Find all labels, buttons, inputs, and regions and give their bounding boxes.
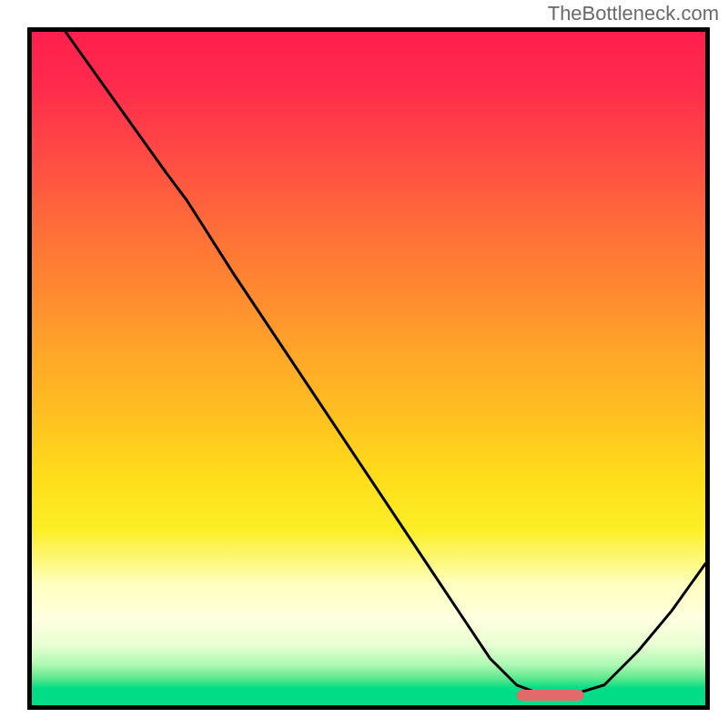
- attribution-text: TheBottleneck.com: [548, 2, 719, 25]
- plot-overlay: [32, 32, 705, 705]
- plot-area: [27, 27, 710, 710]
- chart-container: TheBottleneck.com: [0, 0, 728, 728]
- bottleneck-curve: [66, 32, 705, 695]
- optimal-marker: [517, 690, 584, 701]
